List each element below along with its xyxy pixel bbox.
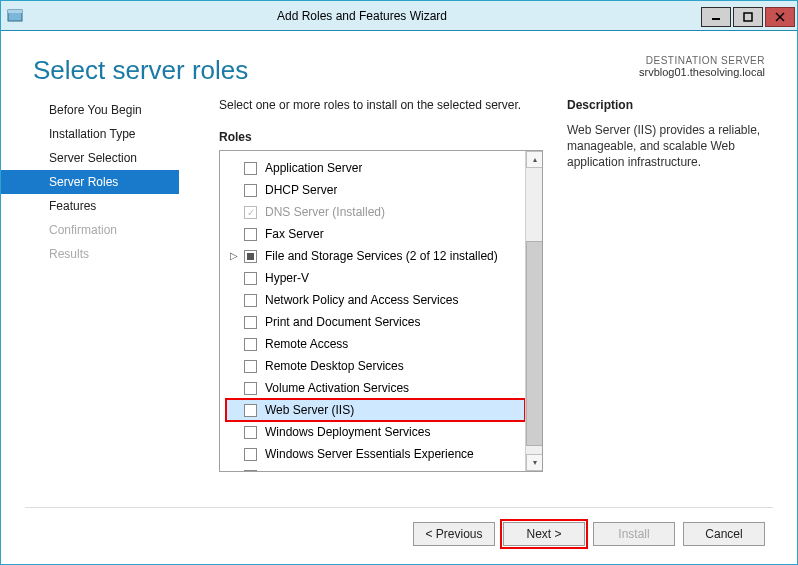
cancel-button[interactable]: Cancel xyxy=(683,522,765,546)
destination-label: DESTINATION SERVER xyxy=(639,55,765,66)
role-checkbox[interactable] xyxy=(244,360,257,373)
role-checkbox[interactable] xyxy=(244,470,257,473)
role-item[interactable]: Fax Server xyxy=(226,223,525,245)
role-checkbox[interactable] xyxy=(244,426,257,439)
role-label: Print and Document Services xyxy=(265,315,420,329)
sidebar-item-label: Features xyxy=(49,199,96,213)
window-title: Add Roles and Features Wizard xyxy=(277,9,447,23)
role-checkbox[interactable] xyxy=(244,184,257,197)
expander-icon[interactable]: ▷ xyxy=(230,250,240,260)
close-button[interactable] xyxy=(765,7,795,27)
role-label: DNS Server (Installed) xyxy=(265,205,385,219)
previous-button[interactable]: < Previous xyxy=(413,522,495,546)
sidebar-item-label: Server Roles xyxy=(49,175,118,189)
roles-panel: Select one or more roles to install on t… xyxy=(179,94,567,507)
sidebar-item-label: Installation Type xyxy=(49,127,136,141)
role-label: Remote Access xyxy=(265,337,348,351)
destination-block: DESTINATION SERVER srvblog01.thesolving.… xyxy=(639,55,765,78)
role-checkbox[interactable] xyxy=(244,162,257,175)
role-checkbox[interactable]: ✓ xyxy=(244,206,257,219)
wizard-sidebar: Before You BeginInstallation TypeServer … xyxy=(1,94,179,507)
roles-label: Roles xyxy=(219,130,543,144)
scroll-up-button[interactable]: ▴ xyxy=(526,151,543,168)
wizard-window: Add Roles and Features Wizard Select ser… xyxy=(0,0,798,565)
role-label: Web Server (IIS) xyxy=(265,403,354,417)
role-checkbox[interactable] xyxy=(244,404,257,417)
sidebar-item-label: Server Selection xyxy=(49,151,137,165)
header-area: Select server roles DESTINATION SERVER s… xyxy=(1,31,797,94)
role-label: Hyper-V xyxy=(265,271,309,285)
role-item[interactable]: Application Server xyxy=(226,157,525,179)
role-checkbox[interactable] xyxy=(244,382,257,395)
role-item[interactable]: Remote Desktop Services xyxy=(226,355,525,377)
role-item[interactable]: Windows Deployment Services xyxy=(226,421,525,443)
window-controls xyxy=(701,4,797,27)
role-label: DHCP Server xyxy=(265,183,337,197)
next-button[interactable]: Next > xyxy=(503,522,585,546)
role-label: Windows Server Essentials Experience xyxy=(265,447,474,461)
roles-listbox: Application ServerDHCP Server✓DNS Server… xyxy=(219,150,543,472)
sidebar-item-installation-type[interactable]: Installation Type xyxy=(1,122,179,146)
app-icon xyxy=(7,8,23,24)
maximize-button[interactable] xyxy=(733,7,763,27)
role-item[interactable]: ▷File and Storage Services (2 of 12 inst… xyxy=(226,245,525,267)
role-label: Application Server xyxy=(265,161,362,175)
role-item[interactable]: Web Server (IIS) xyxy=(226,399,525,421)
role-checkbox[interactable] xyxy=(244,338,257,351)
role-item[interactable]: ✓DNS Server (Installed) xyxy=(226,201,525,223)
instruction-text: Select one or more roles to install on t… xyxy=(219,98,543,112)
role-checkbox[interactable] xyxy=(244,448,257,461)
role-checkbox[interactable] xyxy=(244,228,257,241)
role-checkbox[interactable] xyxy=(244,272,257,285)
role-checkbox[interactable] xyxy=(244,250,257,263)
sidebar-item-label: Results xyxy=(49,247,89,261)
sidebar-item-confirmation: Confirmation xyxy=(1,218,179,242)
role-label: Windows Server Update Services xyxy=(265,469,444,472)
role-label: File and Storage Services (2 of 12 insta… xyxy=(265,249,498,263)
description-title: Description xyxy=(567,98,765,112)
minimize-button[interactable] xyxy=(701,7,731,27)
scrollbar[interactable]: ▴ ▾ xyxy=(525,151,542,471)
role-item[interactable]: Windows Server Update Services xyxy=(226,465,525,472)
scroll-thumb[interactable] xyxy=(526,241,543,446)
install-button[interactable]: Install xyxy=(593,522,675,546)
sidebar-item-server-roles[interactable]: Server Roles xyxy=(1,170,179,194)
destination-server: srvblog01.thesolving.local xyxy=(639,66,765,78)
role-item[interactable]: Remote Access xyxy=(226,333,525,355)
footer: < Previous Next > Install Cancel xyxy=(1,508,797,564)
description-text: Web Server (IIS) provides a reliable, ma… xyxy=(567,122,765,171)
role-item[interactable]: DHCP Server xyxy=(226,179,525,201)
sidebar-item-results: Results xyxy=(1,242,179,266)
scroll-down-button[interactable]: ▾ xyxy=(526,454,543,471)
role-checkbox[interactable] xyxy=(244,294,257,307)
page-title: Select server roles xyxy=(33,55,248,86)
role-label: Network Policy and Access Services xyxy=(265,293,458,307)
role-item[interactable]: Print and Document Services xyxy=(226,311,525,333)
sidebar-item-server-selection[interactable]: Server Selection xyxy=(1,146,179,170)
role-checkbox[interactable] xyxy=(244,316,257,329)
role-label: Remote Desktop Services xyxy=(265,359,404,373)
role-item[interactable]: Network Policy and Access Services xyxy=(226,289,525,311)
sidebar-item-label: Confirmation xyxy=(49,223,117,237)
role-item[interactable]: Windows Server Essentials Experience xyxy=(226,443,525,465)
title-bar: Add Roles and Features Wizard xyxy=(1,1,797,31)
role-label: Volume Activation Services xyxy=(265,381,409,395)
role-item[interactable]: Hyper-V xyxy=(226,267,525,289)
role-item[interactable]: Volume Activation Services xyxy=(226,377,525,399)
sidebar-item-label: Before You Begin xyxy=(49,103,142,117)
description-panel: Description Web Server (IIS) provides a … xyxy=(567,94,765,507)
sidebar-item-before-you-begin[interactable]: Before You Begin xyxy=(1,98,179,122)
role-label: Fax Server xyxy=(265,227,324,241)
role-label: Windows Deployment Services xyxy=(265,425,430,439)
sidebar-item-features[interactable]: Features xyxy=(1,194,179,218)
svg-rect-3 xyxy=(744,13,752,21)
svg-rect-1 xyxy=(8,10,22,13)
